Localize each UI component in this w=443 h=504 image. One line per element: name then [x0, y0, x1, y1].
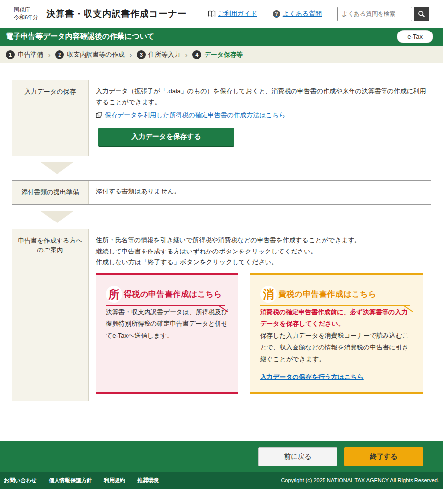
agency-name: 国税庁 — [14, 6, 38, 14]
site-header: 国税庁 令和6年分 決算書・収支内訳書作成コーナー ご利用ガイド ? よくある質… — [0, 0, 443, 28]
guidance-section-content: 住所・氏名等の情報を引き継いで所得税や消費税などの申告書を作成することができます… — [89, 229, 431, 401]
attachment-description: 添付する書類はありません。 — [96, 186, 428, 197]
footer-link-privacy-policy[interactable]: 個人情報保護方針 — [49, 477, 92, 484]
search-submit-button[interactable] — [414, 7, 429, 21]
step-1-preparation: 1 申告準備 — [6, 50, 43, 59]
faq-label: よくある質問 — [283, 9, 322, 18]
tax-panels: 所 得税の申告書作成はこちら 決算書・収支内訳書データは、所得税及び復興特別所得… — [96, 273, 428, 394]
save-data-section-label: 入力データの保存 — [12, 80, 89, 156]
tax-year: 令和6年分 — [14, 14, 38, 21]
copyright-text: Copyright (c) 2025 NATIONAL TAX AGENCY A… — [281, 477, 439, 483]
down-triangle-icon — [41, 211, 73, 223]
usage-guide-link[interactable]: ご利用ガイド — [208, 9, 257, 18]
save-data-description: 入力データ（拡張子が「.data」のもの）を保存しておくと、消費税の申告書の作成… — [96, 86, 428, 108]
step-4-data-save: 4 データ保存等 — [192, 50, 243, 59]
consumption-tax-panel-body: 保存した入力データを消費税コーナーで読み込むことで、収入金額などの情報を消費税の… — [260, 330, 413, 365]
attachment-section-content: 添付する書類はありません。 — [89, 181, 431, 204]
down-triangle-icon — [41, 162, 73, 174]
flow-arrow — [12, 205, 431, 229]
income-tax-panel-body: 決算書・収支内訳書データは、所得税及び復興特別所得税の確定申告書データと併せてe… — [106, 306, 229, 342]
diagonal-arrow-icon — [404, 305, 413, 313]
consumption-tax-panel[interactable]: 消 費税の申告書作成はこちら 消費税の確定申告書作成前に、必ず決算書等の入力デー… — [250, 273, 423, 394]
attachment-section-label: 添付書類の提出準備 — [12, 181, 89, 204]
question-icon: ? — [273, 10, 280, 18]
step-separator: › — [130, 51, 132, 59]
save-input-data-link[interactable]: 入力データの保存を行う方はこちら — [260, 372, 364, 383]
diagonal-arrow-icon — [219, 305, 229, 313]
footer-link-contact[interactable]: お問い合わせ — [4, 477, 37, 484]
income-tax-title-underline — [106, 303, 225, 306]
action-bar: 前に戻る 終了する — [0, 441, 443, 472]
back-button[interactable]: 前に戻る — [258, 447, 337, 466]
header-utilities: ご利用ガイド ? よくある質問 — [208, 7, 429, 21]
income-tax-panel[interactable]: 所 得税の申告書作成はこちら 決算書・収支内訳書データは、所得税及び復興特別所得… — [96, 273, 238, 394]
step-separator: › — [48, 51, 50, 59]
main-content: 入力データの保存 入力データ（拡張子が「.data」のもの）を保存しておくと、消… — [0, 80, 443, 401]
step-3-number: 3 — [137, 50, 146, 59]
save-data-section-content: 入力データ（拡張子が「.data」のもの）を保存しておくと、消費税の申告書の作成… — [89, 80, 431, 156]
guidance-section-label: 申告書を作成する方へのご案内 — [12, 229, 89, 401]
consumption-tax-title-underline — [260, 303, 410, 306]
income-tax-panel-title: 所 得税の申告書作成はこちら — [106, 286, 229, 303]
guidance-line-3: 作成しない方は「終了する」ボタンをクリックしてください。 — [96, 257, 428, 268]
usage-guide-label: ご利用ガイド — [218, 9, 257, 18]
footer-links: お問い合わせ 個人情報保護方針 利用規約 推奨環境 — [4, 477, 159, 484]
flow-arrow — [12, 156, 431, 180]
saved-data-guide-link[interactable]: 保存データを利用した所得税の確定申告書の作成方法はこちら — [96, 110, 285, 121]
step-2-statement-creation: 2 収支内訳書等の作成 — [55, 50, 124, 59]
site-footer: お問い合わせ 個人情報保護方針 利用規約 推奨環境 Copyright (c) … — [0, 472, 443, 489]
guidance-section: 申告書を作成する方へのご案内 住所・氏名等の情報を引き継いで所得税や消費税などの… — [12, 229, 431, 401]
step-4-label: データ保存等 — [204, 50, 243, 59]
agency-year-block: 国税庁 令和6年分 — [14, 6, 38, 21]
saved-data-guide-label: 保存データを利用した所得税の確定申告書の作成方法はこちら — [105, 110, 285, 121]
consumption-tax-panel-title: 消 費税の申告書作成はこちら — [260, 286, 413, 303]
guidance-line-2: 継続して申告書を作成する方はいずれかのボタンをクリックしてください。 — [96, 246, 428, 257]
footer-link-terms[interactable]: 利用規約 — [104, 477, 125, 484]
consumption-tax-title-rest: 費税の申告書作成はこちら — [278, 287, 377, 301]
app-title: 決算書・収支内訳書作成コーナー — [46, 8, 187, 20]
consumption-tax-warning: 消費税の確定申告書作成前に、必ず決算書等の入力データを保存してください。 — [260, 306, 413, 330]
etax-badge[interactable]: e-Tax — [397, 30, 433, 43]
guidance-line-1: 住所・氏名等の情報を引き継いで所得税や消費税などの申告書を作成することができます… — [96, 235, 428, 246]
consumption-tax-lead-char: 消 — [260, 286, 277, 303]
book-icon — [208, 10, 216, 17]
step-2-label: 収支内訳書等の作成 — [67, 50, 124, 59]
step-1-label: 申告準備 — [18, 50, 43, 59]
footer-link-recommended-environment[interactable]: 推奨環境 — [137, 477, 159, 484]
progress-steps: 1 申告準備 › 2 収支内訳書等の作成 › 3 住所等入力 › 4 データ保存… — [0, 46, 443, 63]
faq-link[interactable]: ? よくある質問 — [273, 9, 322, 18]
step-4-number: 4 — [192, 50, 201, 59]
step-1-number: 1 — [6, 50, 15, 59]
save-data-section: 入力データの保存 入力データ（拡張子が「.data」のもの）を保存しておくと、消… — [12, 80, 431, 156]
faq-search — [337, 7, 429, 21]
step-separator: › — [185, 51, 187, 59]
step-3-address-input: 3 住所等入力 — [137, 50, 180, 59]
search-input[interactable] — [337, 7, 412, 21]
attachment-section: 添付書類の提出準備 添付する書類はありません。 — [12, 180, 431, 205]
income-tax-lead-char: 所 — [106, 286, 122, 303]
income-tax-title-rest: 得税の申告書作成はこちら — [124, 287, 222, 301]
new-window-icon — [96, 112, 102, 118]
step-2-number: 2 — [55, 50, 64, 59]
finish-button[interactable]: 終了する — [344, 447, 423, 466]
page-title-bar: 電子申告等データ内容確認後の作業について e-Tax — [0, 28, 443, 46]
page-title: 電子申告等データ内容確認後の作業について — [6, 32, 154, 41]
step-3-label: 住所等入力 — [148, 50, 180, 59]
search-icon — [418, 10, 425, 18]
save-input-data-button[interactable]: 入力データを保存する — [98, 128, 234, 147]
